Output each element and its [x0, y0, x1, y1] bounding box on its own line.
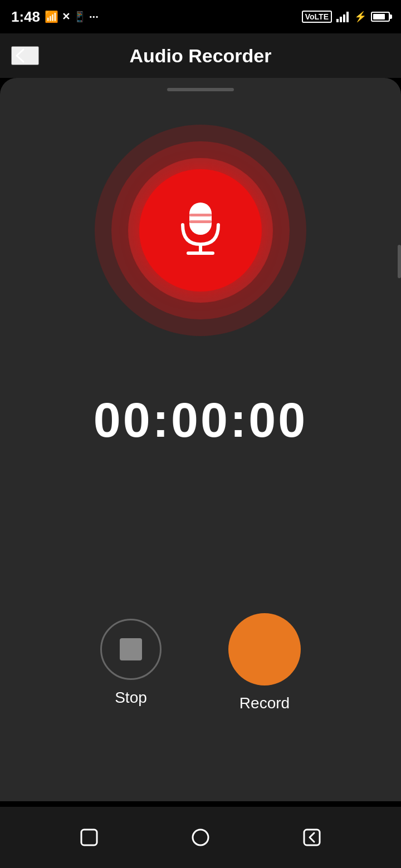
nav-back-button[interactable] [295, 821, 329, 854]
recent-apps-button[interactable] [72, 821, 106, 854]
phone-icon: 📱 [74, 11, 86, 23]
signal-icon [336, 11, 350, 22]
svg-rect-3 [346, 12, 349, 22]
stop-label: Stop [115, 689, 147, 707]
home-button[interactable] [184, 821, 217, 854]
mic-container [95, 125, 306, 336]
status-time: 1:48 [11, 8, 40, 26]
record-button[interactable] [228, 613, 301, 685]
page-title: Audio Recorder [129, 45, 271, 67]
timer-display: 00:00:00 [94, 392, 307, 448]
svg-rect-9 [81, 830, 97, 845]
back-button[interactable] [11, 46, 39, 65]
drag-handle [167, 88, 234, 91]
svg-rect-4 [189, 203, 212, 235]
record-control: Record [228, 613, 301, 712]
mic-button[interactable] [139, 169, 262, 292]
status-right: VoLTE ⚡ [302, 11, 390, 23]
status-icons: 📶 ✕ 📱 ··· [45, 10, 99, 23]
scrollbar [398, 245, 401, 278]
svg-rect-5 [189, 214, 212, 216]
bottom-controls: Stop Record [0, 613, 401, 712]
battery-icon [371, 12, 390, 22]
status-left: 1:48 📶 ✕ 📱 ··· [11, 8, 99, 26]
home-icon [190, 827, 211, 847]
stop-control: Stop [100, 619, 162, 707]
back-arrow-icon [12, 47, 29, 64]
microphone-icon [173, 200, 228, 261]
more-icon: ··· [89, 11, 99, 23]
stop-icon [120, 638, 142, 660]
volte-icon: VoLTE [302, 11, 332, 23]
recent-apps-icon [79, 827, 99, 847]
svg-point-10 [193, 830, 208, 845]
svg-rect-0 [336, 19, 339, 22]
nav-bar [0, 807, 401, 868]
svg-rect-1 [340, 17, 342, 22]
svg-rect-6 [189, 220, 212, 223]
app-header: Audio Recorder [0, 33, 401, 78]
record-label: Record [239, 694, 290, 712]
status-bar: 1:48 📶 ✕ 📱 ··· VoLTE ⚡ [0, 0, 401, 33]
svg-rect-11 [304, 830, 320, 845]
call-forward-icon: ✕ [62, 11, 70, 23]
sim-icon: 📶 [45, 10, 58, 23]
stop-button[interactable] [100, 619, 162, 680]
svg-rect-2 [343, 14, 345, 22]
back-nav-icon [302, 827, 322, 847]
charging-icon: ⚡ [354, 11, 366, 23]
main-content: 00:00:00 Stop Record [0, 78, 401, 801]
